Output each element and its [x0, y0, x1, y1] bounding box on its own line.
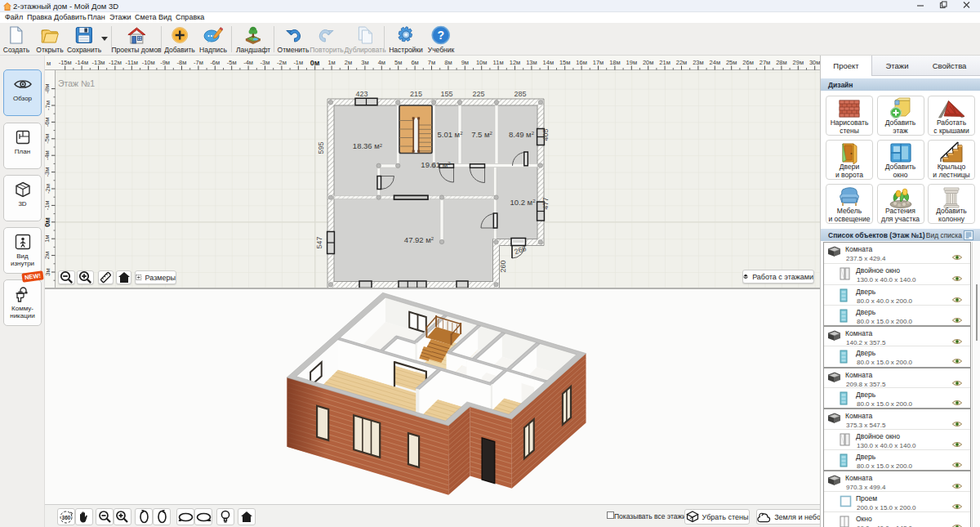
svg-text:18м: 18м [609, 59, 621, 66]
svg-text:13м: 13м [526, 59, 537, 66]
svg-text:25м: 25м [726, 59, 737, 66]
svg-text:30м: 30м [809, 59, 820, 66]
svg-text:1м: 1м [45, 235, 51, 243]
svg-text:10м: 10м [476, 59, 488, 66]
svg-text:3м: 3м [45, 268, 51, 275]
svg-text:м: м [47, 60, 51, 67]
svg-text:-6м: -6м [210, 59, 220, 66]
svg-text:-9м: -9м [160, 59, 170, 66]
svg-text:155: 155 [440, 90, 452, 98]
svg-text:29м: 29м [793, 59, 804, 66]
svg-text:-3м: -3м [261, 59, 270, 66]
svg-text:26м: 26м [742, 59, 754, 66]
svg-text:5м: 5м [394, 59, 402, 66]
svg-text:12м: 12м [510, 59, 521, 66]
svg-text:20м: 20м [643, 59, 654, 66]
svg-text:-5м: -5м [45, 134, 51, 144]
svg-text:0м: 0м [45, 217, 51, 227]
svg-text:6м: 6м [411, 59, 418, 66]
svg-text:9м: 9м [461, 59, 469, 66]
svg-text:-13м: -13м [92, 59, 105, 66]
svg-text:27м: 27м [760, 59, 771, 66]
svg-text:8м: 8м [444, 59, 452, 66]
svg-text:3м: 3м [361, 59, 368, 66]
svg-text:260: 260 [499, 260, 507, 272]
svg-text:-4м: -4м [45, 150, 51, 160]
svg-text:-14м: -14м [75, 59, 88, 66]
svg-text:-2м: -2м [277, 59, 287, 66]
svg-text:5.01 м2: 5.01 м2 [437, 130, 463, 139]
svg-text:-8м: -8м [177, 59, 187, 66]
svg-text:22м: 22м [676, 59, 688, 66]
svg-text:-4м: -4м [243, 59, 253, 66]
svg-text:4м: 4м [378, 59, 385, 66]
svg-text:15м: 15м [559, 59, 571, 66]
svg-text:24м: 24м [710, 59, 721, 66]
svg-text:-2м: -2м [45, 184, 51, 194]
svg-text:14м: 14м [543, 59, 555, 66]
svg-text:?: ? [438, 29, 445, 42]
svg-text:19.61 м2: 19.61 м2 [421, 160, 451, 169]
svg-text:-7м: -7м [45, 100, 51, 110]
svg-text:8.49 м2: 8.49 м2 [509, 130, 535, 139]
svg-text:2м: 2м [45, 252, 51, 259]
svg-text:-1м: -1м [293, 59, 303, 66]
svg-text:-15м: -15м [59, 59, 72, 66]
svg-text:-5м: -5м [227, 59, 237, 66]
svg-text:1м: 1м [327, 59, 335, 66]
svg-text:360: 360 [62, 515, 71, 520]
svg-text:547: 547 [315, 236, 323, 248]
svg-text:-11м: -11м [126, 59, 138, 66]
svg-text:47.92 м2: 47.92 м2 [404, 235, 434, 244]
svg-text:Этаж №1: Этаж №1 [58, 78, 95, 88]
svg-text:-8м: -8м [45, 84, 51, 94]
svg-text:285: 285 [514, 90, 526, 98]
svg-text:-12м: -12м [109, 59, 122, 66]
svg-text:405: 405 [541, 128, 550, 141]
svg-text:0м: 0м [310, 59, 320, 67]
svg-text:16м: 16м [576, 59, 587, 66]
svg-text:423: 423 [355, 90, 368, 98]
svg-text:11м: 11м [493, 59, 504, 66]
svg-text:19м: 19м [626, 59, 638, 66]
svg-text:10.2 м2: 10.2 м2 [510, 198, 536, 207]
svg-text:225: 225 [472, 90, 484, 98]
svg-text:23м: 23м [693, 59, 704, 66]
svg-text:595: 595 [317, 141, 325, 154]
svg-text:-6м: -6м [45, 117, 51, 127]
svg-text:2м: 2м [345, 59, 352, 66]
svg-text:17м: 17м [593, 59, 604, 66]
svg-text:-3м: -3м [45, 167, 51, 177]
svg-text:-10м: -10м [142, 59, 155, 66]
svg-text:-7м: -7м [194, 59, 203, 66]
svg-text:7м: 7м [428, 59, 435, 66]
svg-text:477: 477 [541, 197, 550, 209]
svg-text:-1м: -1м [45, 200, 51, 210]
svg-text:215: 215 [410, 90, 422, 98]
svg-text:18.36 м2: 18.36 м2 [353, 141, 383, 150]
svg-text:28м: 28м [776, 59, 787, 66]
svg-text:21м: 21м [659, 59, 670, 66]
